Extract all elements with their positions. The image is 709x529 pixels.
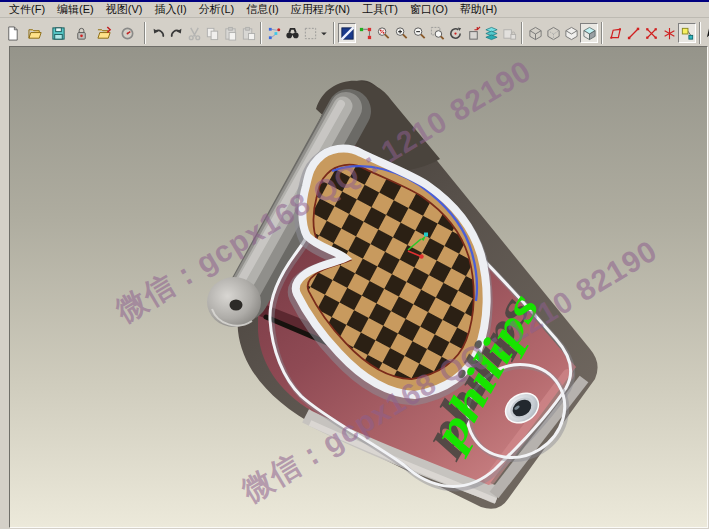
part-lock-icon[interactable] [72, 23, 90, 43]
menu-item-tools[interactable]: 工具(T) [356, 2, 404, 17]
context-help-icon[interactable]: ? [704, 23, 709, 43]
menu-item-analysis[interactable]: 分析(L) [193, 2, 240, 17]
main-toolbar: ? [0, 18, 709, 48]
display-lock-icon[interactable] [500, 23, 518, 43]
zoom-window-icon[interactable] [428, 23, 446, 43]
save-icon[interactable] [49, 23, 67, 43]
point-constructor-icon[interactable] [660, 23, 678, 43]
zoom-in-icon[interactable] [392, 23, 410, 43]
find-icon[interactable] [283, 23, 301, 43]
toolbar-separator [601, 22, 603, 44]
pan-view-icon[interactable] [464, 23, 482, 43]
toolbar-group-snap [606, 23, 696, 43]
menu-item-edit[interactable]: 编辑(E) [51, 2, 100, 17]
zoom-ratio-icon[interactable] [374, 23, 392, 43]
sketch-point-pair-icon[interactable] [642, 23, 660, 43]
menu-item-window[interactable]: 窗口(O) [404, 2, 454, 17]
paste-icon[interactable] [221, 23, 239, 43]
menu-item-view[interactable]: 视图(V) [100, 2, 149, 17]
shaded-display-icon[interactable] [338, 23, 356, 43]
toolbar-separator [521, 22, 523, 44]
model-3d-scene: philips philips [10, 47, 707, 528]
undo-icon[interactable] [149, 23, 167, 43]
toolbar-group-selection [265, 23, 330, 43]
toolbar-group-file [3, 23, 141, 43]
layers-icon[interactable] [482, 23, 500, 43]
cut-icon[interactable] [185, 23, 203, 43]
cylinder-ball-cap [207, 277, 261, 327]
toolbar-separator [699, 22, 701, 44]
menu-item-application[interactable]: 应用程序(N) [285, 2, 356, 17]
sketch-line-icon[interactable] [624, 23, 642, 43]
filter-dropdown-arrow-icon[interactable] [319, 23, 330, 43]
toolbar-group-render-style [526, 23, 598, 43]
toolbar-group-view [338, 23, 518, 43]
menu-item-information[interactable]: 信息(I) [240, 2, 284, 17]
paste-special-icon[interactable] [239, 23, 257, 43]
copy-icon[interactable] [203, 23, 221, 43]
selection-filter-icon[interactable] [301, 23, 319, 43]
shaded-cube-icon[interactable] [580, 23, 598, 43]
snap-point-icon[interactable] [265, 23, 283, 43]
menu-item-help[interactable]: 帮助(H) [454, 2, 503, 17]
session-icon[interactable] [118, 23, 136, 43]
application-window: 文件(F) 编辑(E) 视图(V) 插入(I) 分析(L) 信息(I) 应用程序… [0, 0, 709, 529]
toolbar-separator [144, 22, 146, 44]
snap-toggle-icon[interactable] [678, 23, 696, 43]
toolbar-group-help: ? [704, 23, 709, 43]
menu-bar: 文件(F) 编辑(E) 视图(V) 插入(I) 分析(L) 信息(I) 应用程序… [0, 2, 709, 18]
graphics-viewport[interactable]: philips philips 微信：gcpx168 QQ：1210 82190… [9, 46, 708, 528]
toolbar-separator [333, 22, 335, 44]
model-navigator-icon[interactable] [356, 23, 374, 43]
new-part-icon[interactable] [3, 23, 21, 43]
menu-item-file[interactable]: 文件(F) [3, 2, 51, 17]
open-icon[interactable] [26, 23, 44, 43]
rotate-view-icon[interactable] [446, 23, 464, 43]
wireframe-cube-icon[interactable] [526, 23, 544, 43]
sketch-quad-icon[interactable] [606, 23, 624, 43]
toolbar-group-edit [149, 23, 257, 43]
import-part-icon[interactable] [95, 23, 113, 43]
zoom-out-icon[interactable] [410, 23, 428, 43]
hidden-edge-cube-icon[interactable] [544, 23, 562, 43]
toolbar-separator [260, 22, 262, 44]
static-wireframe-cube-icon[interactable] [562, 23, 580, 43]
menu-item-insert[interactable]: 插入(I) [148, 2, 192, 17]
redo-icon[interactable] [167, 23, 185, 43]
